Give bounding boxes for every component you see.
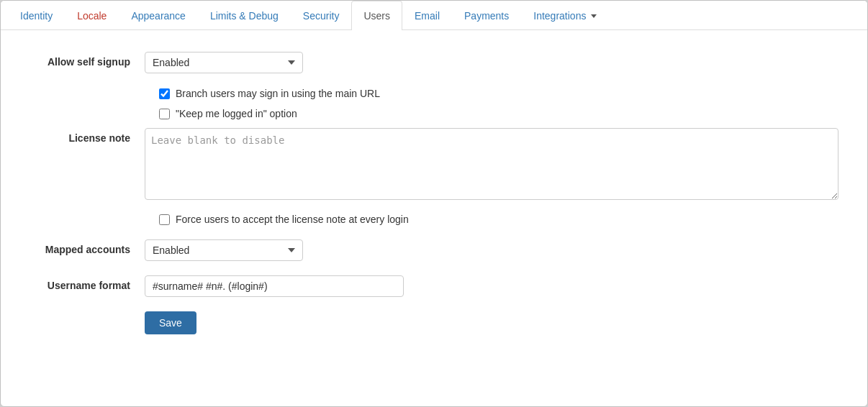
mapped-accounts-label: Mapped accounts <box>30 239 145 255</box>
tab-limits-debug[interactable]: Limits & Debug <box>198 1 291 30</box>
branch-users-label[interactable]: Branch users may sign in using the main … <box>176 88 380 99</box>
tab-bar: Identity Locale Appearance Limits & Debu… <box>1 1 867 30</box>
username-format-label: Username format <box>30 275 145 291</box>
license-note-row: License note <box>30 128 838 202</box>
license-note-textarea[interactable] <box>145 128 838 200</box>
license-note-label: License note <box>30 128 145 144</box>
mapped-accounts-row: Mapped accounts Enabled Disabled <box>30 239 838 261</box>
branch-users-row: Branch users may sign in using the main … <box>30 88 838 99</box>
main-window: Identity Locale Appearance Limits & Debu… <box>0 0 868 407</box>
branch-users-checkbox[interactable] <box>159 88 170 99</box>
mapped-accounts-select[interactable]: Enabled Disabled <box>145 239 303 261</box>
tab-users[interactable]: Users <box>351 1 402 30</box>
keep-logged-row: "Keep me logged in" option <box>30 108 838 119</box>
tab-payments[interactable]: Payments <box>452 1 521 30</box>
chevron-down-icon <box>591 14 597 18</box>
tab-integrations[interactable]: Integrations <box>521 1 609 30</box>
username-format-input[interactable] <box>145 275 404 297</box>
license-note-control <box>145 128 838 202</box>
username-format-row: Username format <box>30 275 838 297</box>
allow-self-signup-row: Allow self signup Enabled Disabled <box>30 52 838 73</box>
username-format-control <box>145 275 838 297</box>
force-accept-checkbox[interactable] <box>159 214 170 225</box>
tab-locale[interactable]: Locale <box>65 1 119 30</box>
save-row: Save <box>30 311 838 334</box>
allow-self-signup-label: Allow self signup <box>30 52 145 68</box>
allow-self-signup-control: Enabled Disabled <box>145 52 838 73</box>
content-area: Allow self signup Enabled Disabled Branc… <box>1 30 867 378</box>
keep-logged-checkbox[interactable] <box>159 109 170 119</box>
save-control: Save <box>145 311 838 334</box>
tab-security[interactable]: Security <box>291 1 352 30</box>
tab-appearance[interactable]: Appearance <box>119 1 198 30</box>
tab-email[interactable]: Email <box>402 1 452 30</box>
mapped-accounts-control: Enabled Disabled <box>145 239 838 261</box>
allow-self-signup-select[interactable]: Enabled Disabled <box>145 52 303 73</box>
save-button[interactable]: Save <box>145 311 196 334</box>
keep-logged-label[interactable]: "Keep me logged in" option <box>176 108 297 119</box>
tab-identity[interactable]: Identity <box>8 1 65 30</box>
force-accept-label[interactable]: Force users to accept the license note a… <box>176 214 409 225</box>
save-label-spacer <box>30 311 145 316</box>
force-accept-row: Force users to accept the license note a… <box>30 214 838 225</box>
